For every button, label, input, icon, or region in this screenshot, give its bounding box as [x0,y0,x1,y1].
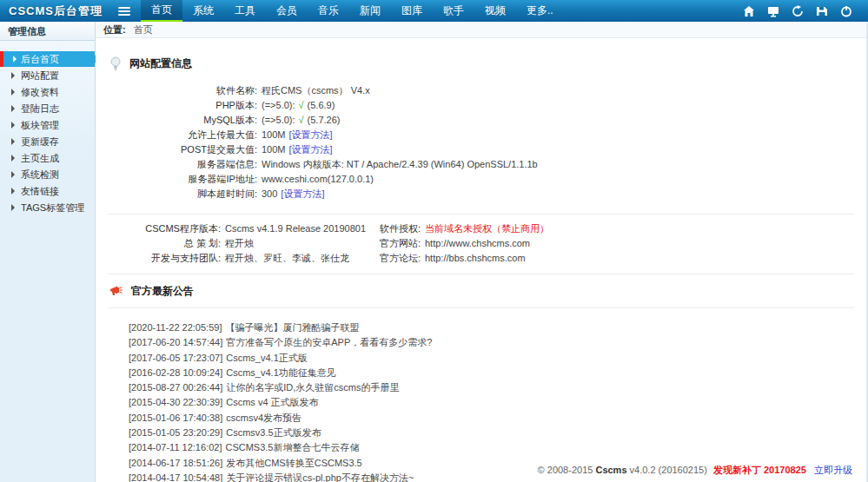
config-row-server-info: 服务器端信息:Windows 内核版本: NT / Apache/2.4.39 … [108,157,854,172]
sidebar-item-refresh-cache[interactable]: 更新缓存 [0,134,95,149]
caret-right-icon [11,89,15,96]
credit-program-version: CSCMS程序版本:Cscms v4.1.9 Release 20190801 [108,221,368,236]
copyright-text: © 2008-2015 [538,465,593,475]
lightbulb-icon [109,56,122,71]
nav-item-music[interactable]: 音乐 [308,0,349,22]
official-forum-url: http://bbs.chshcms.com [425,253,526,263]
nav-item-members[interactable]: 会员 [266,0,308,22]
announcement-item: [2016-02-28 10:09:24]Cscms_v4.1功能征集意见 [129,366,854,380]
caret-right-icon [11,105,15,112]
caret-right-icon [13,56,17,63]
announcement-link[interactable]: Cscms v4 正式版发布 [226,397,318,407]
footer-app-name: Cscms [595,465,626,475]
announcement-item: [2017-06-05 17:23:07]Cscms_v4.1正式版 [129,351,854,366]
nav-item-system[interactable]: 系统 [182,0,224,22]
caret-right-icon [11,171,15,178]
power-icon[interactable] [840,5,852,17]
breadcrumb-label: 位置: [103,24,126,35]
license-warning: 当前域名未授权（禁止商用） [425,223,549,234]
caret-right-icon [11,138,15,145]
sidebar-item-dashboard[interactable]: 后台首页 [0,51,95,67]
sidebar-item-edit-profile[interactable]: 修改资料 [0,84,95,100]
caret-right-icon [11,188,15,195]
config-row-software-name: 软件名称:程氏CMS（cscms） V4.x [108,83,854,98]
credit-license: 软件授权:当前域名未授权（禁止商用） [368,221,549,236]
monitor-icon[interactable] [767,5,779,17]
check-icon: √ [299,115,304,125]
sidebar: 管理信息 后台首页 网站配置 修改资料 登陆日志 板块管理 更新缓存 主页生成 … [0,22,96,482]
announcement-item: [2015-01-06 17:40:38]cscmsv4发布预告 [129,411,854,426]
nav-item-singers[interactable]: 歌手 [433,0,474,22]
announcement-item: [2014-07-11 12:16:02]CSCMS3.5新增整合七牛云存储 [129,440,854,455]
credit-official-forum: 官方论坛:http://bbs.chshcms.com [368,251,549,266]
upgrade-link[interactable]: 立即升级 [814,465,852,475]
config-row-mysql-version: MySQL版本:(=>5.0):√(5.7.26) [108,113,854,128]
nav-item-more[interactable]: 更多.. [516,0,564,22]
announcement-item: [2020-11-22 22:05:59]【骗子曝光】厦门雅酷骗子联盟 [129,320,854,335]
sidebar-item-homepage-generate[interactable]: 主页生成 [0,150,95,166]
announcement-link[interactable]: 官方准备写个原生的安卓APP，看看有多少需求? [226,337,432,347]
breadcrumb-home-link[interactable]: 首页 [134,24,153,35]
divider [108,307,854,308]
refresh-icon[interactable] [792,5,804,17]
nav-item-home[interactable]: 首页 [141,0,182,22]
official-site-url: http://www.chshcms.com [425,238,530,248]
home-icon[interactable] [743,5,755,17]
announcement-link[interactable]: cscmsv4发布预告 [226,413,301,423]
menu-toggle-icon[interactable] [113,0,136,22]
announcements-section-header: 官方最新公告 [109,281,854,300]
announcements-section-title: 官方最新公告 [131,284,194,299]
sidebar-item-login-log[interactable]: 登陆日志 [0,101,95,116]
announcement-link[interactable]: 发布其他CMS转换至CSCMS3.5 [226,458,361,468]
caret-right-icon [11,72,15,79]
sidebar-item-tags-manage[interactable]: TAGS标签管理 [0,200,95,215]
setup-method-link[interactable]: [设置方法] [289,144,333,155]
setup-method-link[interactable]: [设置方法] [289,129,333,140]
credits-block: CSCMS程序版本:Cscms v4.1.9 Release 20190801 … [108,214,854,274]
main-content: 位置: 首页 网站配置信息 软件名称:程氏CMS（cscms） V4.x PHP… [96,22,866,482]
config-row-php-version: PHP版本:(=>5.0):√(5.6.9) [108,98,854,113]
announcement-link[interactable]: 【骗子曝光】厦门雅酷骗子联盟 [225,322,359,333]
footer: © 2008-2015 Cscms v4.0.2 (20160215) 发现新补… [538,464,852,477]
megaphone-icon [109,285,123,297]
topbar: CSCMS后台管理 首页 系统 工具 会员 音乐 新闻 图库 歌手 视频 更多.… [0,0,868,22]
announcement-link[interactable]: 关于评论提示错误cs-pl.php不存在解决方法~ [226,472,414,482]
check-icon: √ [299,100,304,110]
nav-item-gallery[interactable]: 图库 [391,0,433,22]
config-row-post-max: POST提交最大值:100M[设置方法] [108,142,854,157]
announcement-link[interactable]: Cscmsv3.5正式版发布 [226,427,321,438]
caret-right-icon [11,122,15,129]
announcement-item: [2017-06-20 14:57:44]官方准备写个原生的安卓APP，看看有多… [129,335,854,350]
sidebar-item-site-config[interactable]: 网站配置 [0,68,95,83]
nav-item-video[interactable]: 视频 [474,0,516,22]
breadcrumb: 位置: 首页 [96,22,866,38]
announcement-link[interactable]: 让你的名字或ID,永久驻留cscms的手册里 [226,382,399,393]
config-section-title: 网站配置信息 [129,56,192,71]
patch-notice: 发现新补丁 20170825 [713,465,806,475]
config-row-script-timeout: 脚本超时时间:300[设置方法] [108,187,854,201]
caret-right-icon [11,204,15,211]
credit-dev-team: 开发与支持团队:程开烛、罗旺、李诚、张仕龙 [108,251,368,266]
sidebar-item-system-check[interactable]: 系统检测 [0,167,95,182]
topbar-quick-icons [743,0,868,22]
credit-chief-planner: 总 策 划:程开烛 [108,236,368,251]
announcement-item: [2015-01-05 23:20:29]Cscmsv3.5正式版发布 [129,426,854,440]
nav-item-news[interactable]: 新闻 [349,0,391,22]
credit-official-site: 官方网站:http://www.chshcms.com [368,236,549,251]
nav-item-tools[interactable]: 工具 [224,0,266,22]
announcement-link[interactable]: Cscms_v4.1正式版 [226,353,308,363]
config-rows: 软件名称:程氏CMS（cscms） V4.x PHP版本:(=>5.0):√(5… [108,83,854,201]
sidebar-item-module-manage[interactable]: 板块管理 [0,117,95,133]
announcement-item: [2015-08-27 00:26:44]让你的名字或ID,永久驻留cscms的… [129,380,854,395]
announcement-link[interactable]: CSCMS3.5新增整合七牛云存储 [225,442,359,452]
config-row-server-ip: 服务器端IP地址:www.ceshi.com(127.0.0.1) [108,172,854,187]
config-row-upload-max: 允许上传最大值:100M[设置方法] [108,128,854,142]
save-icon[interactable] [816,5,828,17]
setup-method-link[interactable]: [设置方法] [281,188,324,199]
sidebar-header: 管理信息 [0,22,95,41]
sidebar-item-friend-links[interactable]: 友情链接 [0,183,95,199]
config-section-header: 网站配置信息 [109,54,854,73]
announcement-link[interactable]: Cscms_v4.1功能征集意见 [226,367,336,378]
app-title: CSCMS后台管理 [0,0,113,22]
announcement-list: [2020-11-22 22:05:59]【骗子曝光】厦门雅酷骗子联盟 [201… [129,320,854,482]
